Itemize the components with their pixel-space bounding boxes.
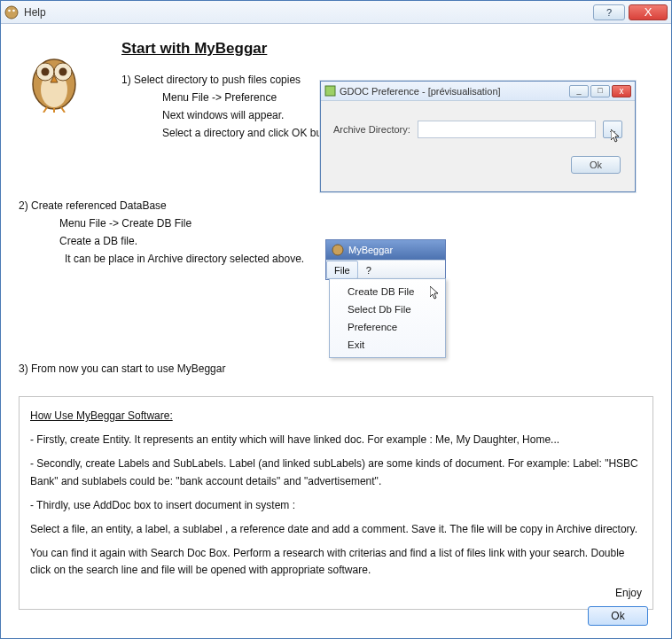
preference-window: GDOC Preference - [prévisualisation] _ □… bbox=[320, 81, 636, 192]
howto-enjoy: Enjoy bbox=[30, 585, 642, 602]
svg-point-8 bbox=[59, 68, 67, 76]
preference-title: GDOC Preference - [prévisualisation] bbox=[340, 86, 501, 97]
step2-line1: Menu File -> Create DB File bbox=[59, 217, 653, 230]
app-small-icon bbox=[332, 244, 344, 256]
preference-titlebar: GDOC Preference - [prévisualisation] _ □… bbox=[321, 82, 635, 101]
browse-label: ... bbox=[609, 125, 616, 134]
file-dropdown: Create DB File Select Db File Preference… bbox=[329, 278, 446, 358]
howto-p3: - Thirdly, use AddDoc box to insert docu… bbox=[30, 497, 642, 514]
step2-title: 2) Create referenced DataBase bbox=[19, 199, 653, 212]
help-button[interactable]: ? bbox=[593, 4, 625, 20]
svg-point-2 bbox=[12, 9, 15, 12]
howto-p5: You can find it again with Search Doc Bo… bbox=[30, 545, 642, 579]
pref-ok-button[interactable]: Ok bbox=[571, 156, 621, 174]
menu-file[interactable]: File bbox=[326, 261, 358, 279]
pref-max-button[interactable]: □ bbox=[590, 85, 610, 97]
owl-logo-icon bbox=[26, 49, 82, 113]
window-title: Help bbox=[24, 6, 590, 19]
howto-p1: - Firstly, create Entity. It represents … bbox=[30, 432, 642, 448]
menu-item-exit[interactable]: Exit bbox=[332, 336, 443, 354]
howto-p2: - Secondly, create Labels and SubLabels.… bbox=[30, 456, 642, 489]
svg-point-11 bbox=[332, 245, 343, 255]
cursor-icon bbox=[430, 286, 441, 300]
archive-dir-label: Archive Directory: bbox=[333, 124, 410, 135]
help-body: Start with MyBeggar 1) Select directory … bbox=[1, 24, 671, 638]
help-window: Help ? X Start with MyBeggar 1) Select d… bbox=[0, 0, 672, 639]
step3: 3) From now you can start to use MyBegga… bbox=[19, 362, 653, 375]
menu-item-preference[interactable]: Preference bbox=[332, 318, 443, 336]
page-heading: Start with MyBeggar bbox=[121, 40, 653, 58]
howto-p4: Select a file, an entity, a label, a sub… bbox=[30, 521, 642, 538]
ok-button[interactable]: Ok bbox=[588, 606, 648, 626]
menubar: File ? bbox=[326, 260, 445, 279]
app-title: MyBeggar bbox=[348, 245, 393, 255]
svg-rect-10 bbox=[325, 86, 335, 96]
menu-help[interactable]: ? bbox=[358, 261, 379, 279]
svg-point-7 bbox=[42, 68, 50, 76]
app-icon bbox=[4, 5, 19, 19]
svg-point-1 bbox=[8, 9, 11, 12]
pref-min-button[interactable]: _ bbox=[569, 85, 589, 97]
menu-item-create-db[interactable]: Create DB File bbox=[332, 283, 443, 300]
app-titlebar: MyBeggar bbox=[326, 240, 445, 260]
menu-item-select-db[interactable]: Select Db File bbox=[332, 300, 443, 318]
svg-point-0 bbox=[5, 6, 18, 19]
app-window: MyBeggar File ? bbox=[325, 239, 446, 280]
close-button[interactable]: X bbox=[629, 4, 668, 20]
pref-close-button[interactable]: x bbox=[612, 85, 631, 97]
howto-title: How Use MyBeggar Software: bbox=[30, 408, 642, 425]
howto-box: How Use MyBeggar Software: - Firstly, cr… bbox=[19, 396, 653, 610]
archive-dir-input[interactable] bbox=[418, 121, 596, 138]
browse-button[interactable]: ... bbox=[603, 121, 622, 138]
titlebar: Help ? X bbox=[1, 1, 671, 24]
pref-icon bbox=[324, 85, 336, 97]
